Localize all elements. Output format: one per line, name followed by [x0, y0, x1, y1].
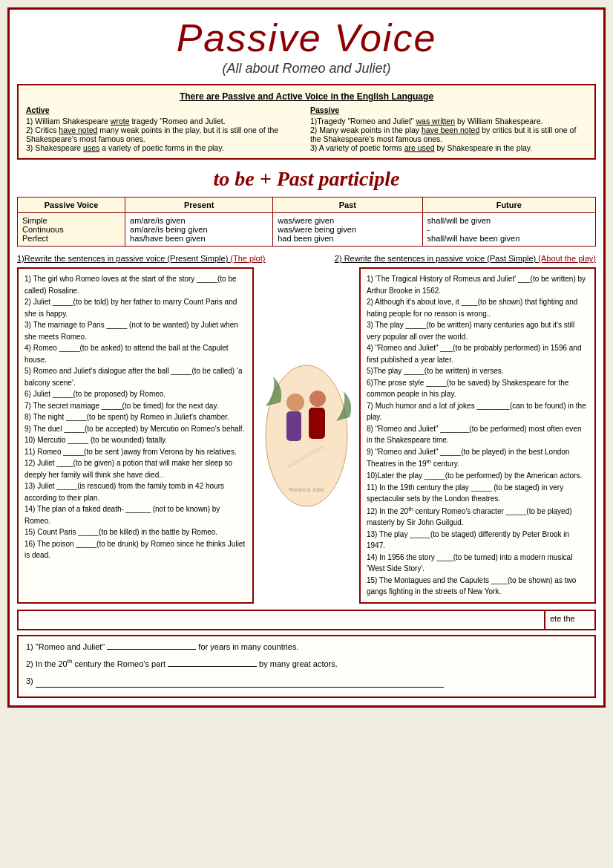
- ex2-item-10: 10)Later the play _____(to be performed)…: [367, 470, 589, 482]
- ex2-item-12: 12) In the 20th century Romeo's characte…: [367, 505, 589, 529]
- past-forms: was/were givenwas/were being givenhad be…: [273, 213, 422, 247]
- ex2-item-14: 14) In 1956 the story ____(to be turned)…: [367, 552, 589, 575]
- ex1-item-5: 5) Romeo and Juliet's dialogue after the…: [24, 365, 246, 388]
- passive-item-1: 1)Tragedy "Romeo and Juliet" was written…: [310, 117, 587, 125]
- ex2-item-1: 1) 'The Tragical History of Romeus and J…: [367, 273, 589, 296]
- ex2-item-13: 13) The play _____(to be staged) differe…: [367, 529, 589, 552]
- col-header-present: Present: [125, 198, 273, 213]
- info-box: There are Passive and Active Voice in th…: [17, 84, 596, 160]
- ex1-item-4: 4) Romeo _____(to be asked) to attend th…: [24, 342, 246, 365]
- page-subtitle: (All about Romeo and Juliet): [17, 61, 596, 76]
- exercise-area: 1) The girl who Romeo loves at the start…: [17, 267, 596, 604]
- ex1-item-11: 11) Romeo _____(to be sent )away from Ve…: [24, 446, 246, 458]
- ex1-item-16: 16) The poison _____(to be drunk) by Rom…: [24, 538, 246, 561]
- ex2-item-3: 3) The play _____(to be written) many ce…: [367, 319, 589, 342]
- passive-title: Passive: [310, 105, 587, 114]
- ex2-item-7: 7) Much humor and a lot of jokes _______…: [367, 400, 589, 423]
- page-title: Passive Voice: [17, 17, 596, 59]
- col-header-past: Past: [273, 198, 422, 213]
- passive-item-2: 2) Many weak points in the play have bee…: [310, 125, 587, 143]
- ex2-item-4: 4) "Romeo and Juliet" ___(to be probably…: [367, 342, 589, 365]
- col-header-future: Future: [422, 198, 595, 213]
- ex1-item-9: 9) The duel _____(to be accepted) by Mer…: [24, 423, 246, 435]
- ex1-item-12: 12) Juliet ____(to be given) a potion th…: [24, 457, 246, 480]
- ex2-item-11: 11) In the 19th century the play _____ (…: [367, 482, 589, 505]
- svg-rect-3: [286, 411, 301, 441]
- exercise1-box: 1) The girl who Romeo loves at the start…: [17, 267, 254, 604]
- active-title: Active: [26, 105, 303, 114]
- ex1-item-8: 8) The night _____(to be spent) by Romeo…: [24, 411, 246, 423]
- info-box-title: There are Passive and Active Voice in th…: [26, 91, 587, 102]
- present-forms: am/are/is givenam/are/is being givenhas/…: [125, 213, 273, 247]
- to-be-title: to be + Past participle: [17, 167, 596, 191]
- exercise2-box: 1) 'The Tragical History of Romeus and J…: [359, 267, 596, 604]
- ex1-item-14: 14) The plan of a faked death- ______ (n…: [24, 503, 246, 526]
- ex1-item-7: 7) The secret marriage _____(to be timed…: [24, 400, 246, 412]
- ex1-item-10: 10) Mercutio _____ (to be wounded) fatal…: [24, 434, 246, 446]
- ete-the-text: ete the: [550, 614, 575, 623]
- passive-voice-col: Passive 1)Tragedy "Romeo and Juliet" was…: [310, 105, 587, 152]
- passive-item-3: 3) A variety of poetic forms are used by…: [310, 143, 587, 152]
- col-header-passive: Passive Voice: [18, 198, 125, 213]
- ex1-item-3: 3) The marriage to Paris _____ (not to b…: [24, 319, 246, 342]
- ex1-item-13: 13) Juliet _____(is rescued) from the fa…: [24, 480, 246, 503]
- ete-the-row: ete the: [17, 610, 596, 630]
- exercise1-plot: (The plot): [230, 254, 265, 263]
- active-item-1: 1) William Shakespeare wrote tragedy "Ro…: [26, 117, 303, 125]
- tense-labels: SimpleContinuousPerfect: [18, 213, 125, 247]
- ex2-item-15: 15) The Montagues and the Capulets ____(…: [367, 575, 589, 598]
- ex2-item-5: 5)The play _____(to be written) in verse…: [367, 365, 589, 377]
- svg-rect-4: [309, 408, 325, 439]
- svg-point-2: [309, 391, 326, 407]
- exercise2-header: 2) Rewrite the sentences in passive voic…: [335, 254, 596, 263]
- bottom-item-2: 2) In the 20th century the Romeo's part …: [26, 657, 587, 670]
- exercise2-about: (About the play): [538, 254, 596, 263]
- ete-the-left: [17, 610, 544, 630]
- ex1-item-1: 1) The girl who Romeo loves at the start…: [24, 273, 246, 296]
- romeo-juliet-illustration: Romeo & Juliet eslprintables: [262, 362, 351, 510]
- bottom-section: 1) "Romeo and Juliet" for years in many …: [17, 635, 596, 698]
- ex2-item-9: 9) "Romeo and Juliet" _____(to be played…: [367, 446, 589, 470]
- bottom-item-3: 3): [26, 675, 587, 688]
- ex2-item-6: 6)The prose style _____(to be saved) by …: [367, 377, 589, 400]
- grammar-table: Passive Voice Present Past Future Simple…: [17, 197, 596, 247]
- svg-text:Romeo & Juliet: Romeo & Juliet: [289, 487, 324, 492]
- ete-the-label: ete the: [544, 610, 596, 630]
- ex2-item-2: 2) Although it's about love, it ____(to …: [367, 296, 589, 319]
- ex2-item-8: 8) "Romeo and Juliet" _______(to be perf…: [367, 423, 589, 446]
- image-area: Romeo & Juliet eslprintables: [258, 267, 355, 604]
- svg-point-1: [286, 394, 304, 411]
- active-item-3: 3) Shakespeare uses a variety of poetic …: [26, 143, 303, 152]
- page: Passive Voice (All about Romeo and Julie…: [7, 7, 606, 708]
- ex1-item-2: 2) Juliet _____(to be told) by her fathe…: [24, 296, 246, 319]
- active-voice-col: Active 1) William Shakespeare wrote trag…: [26, 105, 303, 152]
- voice-columns: Active 1) William Shakespeare wrote trag…: [26, 105, 587, 152]
- exercise-headers: 1)Rewrite the sentences in passive voice…: [17, 254, 596, 263]
- ex1-item-6: 6) Juliet _____(to be proposed) by Romeo…: [24, 388, 246, 400]
- future-forms: shall/will be given-shall/will have been…: [422, 213, 595, 247]
- exercise1-header: 1)Rewrite the sentences in passive voice…: [17, 254, 265, 263]
- bottom-item-1: 1) "Romeo and Juliet" for years in many …: [26, 641, 587, 653]
- ex1-item-15: 15) Count Paris _____(to be killed) in t…: [24, 526, 246, 538]
- active-item-2: 2) Critics have noted many weak points i…: [26, 125, 303, 143]
